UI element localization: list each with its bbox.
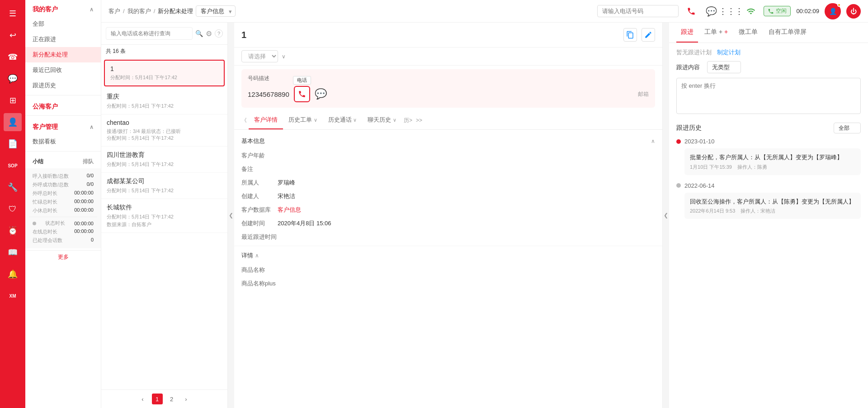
call-btn-wrapper: 电话 — [294, 86, 310, 102]
right-tab-own-workorder[interactable]: 自有工单弹屏 — [764, 23, 811, 43]
detail-copy-icon[interactable] — [623, 28, 637, 42]
phone-sidebar-icon[interactable]: ☎ — [4, 48, 22, 66]
avatar-notification-dot — [837, 3, 841, 7]
right-collapse-panel[interactable]: ❮ — [663, 23, 669, 408]
nav-item-recent-recycled[interactable]: 最近已回收 — [25, 62, 101, 78]
book-sidebar-icon[interactable]: 📖 — [4, 243, 22, 261]
sop-sidebar-icon[interactable]: SOP — [4, 157, 22, 175]
back-icon[interactable]: ↩ — [4, 26, 22, 44]
page-2-btn[interactable]: 2 — [166, 394, 177, 404]
detail-title: 1 — [241, 30, 246, 40]
tab-arrow-left[interactable]: 《 — [240, 113, 249, 128]
nav-item-all[interactable]: 全部 — [25, 16, 101, 32]
shield-sidebar-icon[interactable]: 🛡 — [4, 200, 22, 218]
xm-sidebar-icon[interactable]: XM — [4, 287, 22, 305]
call-button[interactable] — [294, 86, 310, 102]
chat-sidebar-icon[interactable]: 💬 — [4, 70, 22, 88]
nav-item-new-unprocessed[interactable]: 新分配未处理 — [25, 47, 101, 62]
nav-item-following[interactable]: 正在跟进 — [25, 32, 101, 47]
list-item[interactable]: 四川世游教育 分配时间：5月14日 下午17:42 — [101, 147, 227, 173]
item-time: 分配时间：5月14日 下午17:42 — [107, 213, 222, 220]
nav-item-follow-history[interactable]: 跟进历史 — [25, 78, 101, 93]
detail-select-row: 请选择 ∨ — [234, 47, 662, 66]
field-last-follow: 最近跟进时间 — [234, 230, 662, 244]
history-card-meta-1: 1月10日 下午15:39 操作人：陈勇 — [690, 164, 855, 171]
history-date-2: 2022-06-14 — [676, 182, 861, 189]
list-item[interactable]: 成都某某公司 分配时间：5月14日 下午17:42 — [101, 173, 227, 199]
breadcrumb-my-customer[interactable]: 我的客户 — [127, 7, 151, 15]
phone-section-wrapper: 号码描述 12345678890 电话 💬 邮箱 — [234, 66, 662, 111]
nav-item-dashboard[interactable]: 数据看板 — [25, 134, 101, 149]
customer-mgmt-title: 客户管理 ∧ — [25, 118, 101, 134]
document-sidebar-icon[interactable]: 📄 — [4, 135, 22, 153]
customer-detail-content: 基本信息 ∧ 客户年龄 备注 所属人 罗瑞峰 创建人 宋艳洁 — [234, 130, 662, 408]
no-plan-text: 暂无跟进计划 — [676, 49, 712, 56]
field-database: 客户数据库 客户信息 — [234, 203, 662, 217]
clock-sidebar-icon[interactable]: ⏰ — [4, 222, 22, 240]
history-dot-gray — [676, 183, 681, 188]
breadcrumb-customer[interactable]: 客户 — [108, 7, 120, 15]
left-collapse-panel[interactable]: ❮ — [228, 23, 234, 408]
follow-textarea[interactable] — [676, 78, 861, 114]
sms-button[interactable]: 💬 — [315, 88, 327, 100]
list-search-input[interactable] — [106, 27, 193, 40]
phone-icon-btn[interactable] — [684, 4, 698, 19]
list-item[interactable]: 1 分配时间：5月14日 下午17:42 — [104, 60, 225, 86]
list-item[interactable]: 长城软件 分配时间：5月14日 下午17:42 数据来源：自拓客户 — [101, 199, 227, 233]
detail-collapse[interactable]: ∧ — [255, 252, 259, 259]
item-name: 1 — [110, 65, 218, 72]
bell-sidebar-icon[interactable]: 🔔 — [4, 265, 22, 283]
page-1-btn[interactable]: 1 — [152, 394, 163, 404]
field-remark: 备注 — [234, 162, 662, 176]
list-item[interactable]: 重庆 分配时间：5月14日 下午17:42 — [101, 88, 227, 114]
message-icon-btn[interactable]: 💬 — [704, 4, 718, 19]
filter-icon[interactable]: ⚙ — [206, 29, 212, 38]
textarea-wrap — [676, 78, 861, 115]
basic-info-collapse[interactable]: ∧ — [651, 138, 655, 144]
more-button[interactable]: 更多 — [25, 250, 101, 264]
customer-info-select[interactable]: 客户信息 — [196, 5, 236, 17]
right-tab-follow[interactable]: 跟进 — [676, 23, 698, 43]
phone-input[interactable] — [597, 5, 679, 17]
power-button[interactable]: ⏻ — [846, 4, 861, 19]
tab-arrow-far-right[interactable]: >> — [414, 114, 424, 127]
wifi-icon-btn[interactable] — [744, 4, 758, 19]
detail-edit-icon[interactable] — [642, 28, 655, 42]
detail-section-header: 详情 ∧ — [234, 248, 662, 263]
right-tabs: 跟进 工单 + + 微工单 自有工单弹屏 — [669, 23, 868, 43]
list-panel: 🔍 ⚙ ? 共 16 条 1 分配时间：5月14日 下午17:42 重庆 分配时… — [101, 23, 228, 408]
phone-number: 12345678890 — [248, 90, 289, 98]
history-time-1: 1月10日 下午15:39 — [690, 164, 732, 171]
prev-page-btn[interactable]: ‹ — [137, 394, 148, 404]
menu-icon[interactable]: ☰ — [4, 5, 22, 23]
detail-placeholder-select[interactable]: 请选择 — [241, 50, 278, 62]
nav-stats: 呼入接听数/总数 0/0 外呼成功数/总数 0/0 外呼总时长 00:00:00… — [25, 168, 101, 248]
tab-chat-history[interactable]: 聊天历史 ∨ — [362, 111, 402, 129]
tab-history-workorder[interactable]: 历史工单 ∨ — [283, 111, 323, 129]
sidebar: ☰ ↩ ☎ 💬 ⊞ 👤 📄 SOP 🔧 🛡 ⏰ 📖 🔔 XM — [0, 0, 25, 408]
grid-sidebar-icon[interactable]: ⊞ — [4, 91, 22, 109]
item-name: 四川世游教育 — [107, 151, 222, 159]
tool-sidebar-icon[interactable]: 🔧 — [4, 178, 22, 196]
apps-icon-btn[interactable]: ⋮⋮⋮ — [724, 4, 738, 19]
tab-arrow-right[interactable]: 历> — [402, 113, 414, 128]
timer: 00:02:09 — [796, 8, 819, 14]
history-time-2: 2022年6月14日 9:53 — [690, 208, 735, 214]
detail-header: 1 — [234, 23, 662, 47]
right-tab-workorder[interactable]: 工单 + + — [700, 23, 732, 43]
right-tab-micro-workorder[interactable]: 微工单 — [734, 23, 762, 43]
history-filter-select[interactable]: 全部 — [834, 123, 861, 133]
tab-customer-detail[interactable]: 客户详情 — [249, 111, 283, 129]
avatar[interactable]: 👤 — [825, 3, 841, 19]
next-page-btn[interactable]: › — [181, 394, 192, 404]
basic-info-section-header: 基本信息 ∧ — [234, 133, 662, 149]
item-meta: 数据来源：自拓客户 — [107, 221, 222, 228]
follow-type-select[interactable]: 无类型 — [707, 61, 741, 73]
tab-history-calls[interactable]: 历史通话 ∨ — [323, 111, 363, 129]
make-plan-btn[interactable]: 制定计划 — [717, 49, 741, 56]
search-icon[interactable]: 🔍 — [195, 30, 203, 37]
list-item[interactable]: chentao 接通/拨打：3/4 最后状态：已接听 分配时间：5月14日 下午… — [101, 114, 227, 147]
history-item-1: 2023-01-10 批量分配，客户所属人：从【无所属人】变更为【罗瑞峰】 1月… — [676, 138, 861, 175]
help-icon[interactable]: ? — [215, 29, 223, 38]
user-sidebar-icon[interactable]: 👤 — [4, 113, 22, 131]
